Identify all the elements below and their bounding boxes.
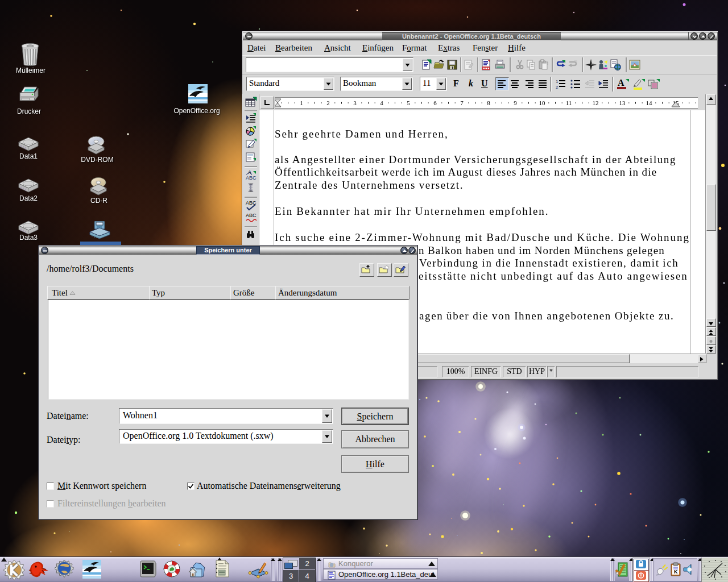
svg-text:A: A (618, 78, 624, 88)
svg-text:K: K (674, 569, 678, 575)
svg-text:1: 1 (556, 79, 559, 84)
svg-text:ABC: ABC (246, 213, 257, 218)
svg-text:2: 2 (556, 85, 559, 90)
svg-text:ABC: ABC (246, 175, 257, 181)
